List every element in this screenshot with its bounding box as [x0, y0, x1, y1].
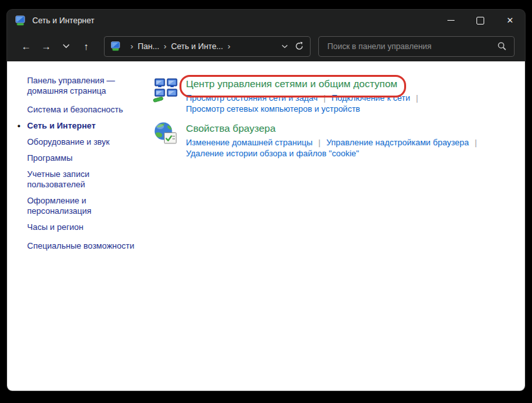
refresh-icon [294, 41, 304, 51]
sidebar-item-label: Сеть и Интернет [27, 121, 96, 130]
up-icon: ↑ [84, 41, 89, 52]
close-button[interactable]: ✕ [495, 10, 525, 31]
links-divider: | [318, 138, 320, 147]
breadcrumb: ›Пан...›Сеть и Инте...› [126, 42, 235, 51]
category-section: Свойства браузераИзменение домашней стра… [153, 119, 512, 159]
navigation-toolbar: ← → ↑ ›Пан...›Сеть и Инте...› [7, 31, 525, 61]
up-button[interactable]: ↑ [76, 41, 96, 51]
sidebar-item[interactable]: Оформление и персонализация [27, 196, 147, 216]
breadcrumb-chevron-icon: › [228, 42, 230, 50]
sidebar-item-label: Учетные записи пользователей [27, 169, 89, 189]
chevron-down-icon [281, 45, 288, 48]
sidebar-item-label: Оформление и персонализация [27, 196, 92, 216]
task-links-row: Просмотр состояния сети и задач|Подключе… [186, 92, 424, 103]
breadcrumb-chevron-icon: › [164, 42, 167, 50]
category-title-link[interactable]: Центр управления сетями и общим доступом [186, 74, 397, 92]
content-area: Панель управления — домашняя страницаСис… [7, 61, 525, 391]
nav-buttons: ← → ↑ [7, 41, 103, 51]
task-links-row: Просмотр сетевых компьютеров и устройств [186, 103, 424, 114]
forward-button[interactable]: → [36, 41, 56, 51]
task-link[interactable]: Просмотр состояния сети и задач [186, 93, 318, 103]
main-pane: Центр управления сетями и общим доступом… [153, 74, 512, 163]
minimize-button[interactable] [436, 10, 466, 31]
back-button[interactable]: ← [16, 41, 36, 51]
sidebar-item[interactable]: Программы [27, 153, 147, 163]
network-sharing-center-icon [153, 77, 179, 103]
search-icon [497, 41, 507, 51]
links-divider: | [323, 93, 325, 103]
task-link[interactable]: Управление надстройками браузера [326, 138, 469, 147]
breadcrumb-chevron-icon: › [130, 42, 133, 50]
recent-pages-button[interactable] [56, 44, 76, 48]
task-link[interactable]: Подключение к сети [331, 93, 410, 103]
minimize-icon [447, 20, 455, 21]
task-link[interactable]: Изменение домашней страницы [186, 138, 312, 147]
category-title-wrap: Центр управления сетями и общим доступом [186, 74, 397, 92]
sidebar-item[interactable]: Специальные возможности [27, 241, 147, 251]
address-dropdown-button[interactable] [281, 45, 288, 48]
chevron-down-icon [63, 44, 70, 48]
sidebar-item-label: Программы [27, 153, 72, 163]
sidebar-item-label: Панель управления — домашняя страница [27, 76, 115, 96]
task-link[interactable]: Удаление истории обзора и файлов "cookie… [186, 149, 359, 158]
maximize-icon [476, 17, 484, 25]
category-body: Свойства браузераИзменение домашней стра… [186, 119, 483, 159]
sidebar-item[interactable]: Часы и регион [27, 222, 147, 232]
category-body: Центр управления сетями и общим доступом… [186, 74, 424, 114]
sidebar-item-label: Часы и регион [27, 222, 83, 232]
forward-icon: → [41, 41, 51, 52]
sidebar-item-label: Система и безопасность [27, 105, 123, 114]
sidebar-item[interactable]: Оборудование и звук [27, 137, 147, 147]
search-box[interactable] [318, 36, 515, 57]
links-divider: | [416, 93, 418, 103]
active-bullet-icon: • [17, 121, 21, 131]
address-bar[interactable]: ›Пан...›Сеть и Инте...› [104, 36, 311, 57]
sidebar-item[interactable]: Панель управления — домашняя страница [27, 76, 147, 96]
maximize-button[interactable] [466, 10, 495, 31]
sidebar-item-label: Специальные возможности [27, 241, 134, 251]
category-section: Центр управления сетями и общим доступом… [153, 74, 512, 114]
network-category-icon [110, 41, 121, 51]
category-title-wrap: Свойства браузера [186, 119, 276, 137]
search-input[interactable] [326, 41, 497, 52]
window-title: Сеть и Интернет [32, 16, 94, 25]
control-panel-window: Сеть и Интернет ✕ ← → ↑ ›Пан...›Сеть и И… [7, 10, 525, 391]
back-icon: ← [21, 41, 31, 52]
category-title-link[interactable]: Свойства браузера [186, 119, 276, 137]
task-links-row: Изменение домашней страницы|Управление н… [186, 137, 483, 148]
sidebar-item[interactable]: Система и безопасность [27, 105, 147, 115]
titlebar: Сеть и Интернет ✕ [7, 10, 525, 31]
breadcrumb-item[interactable]: Сеть и Инте... [171, 42, 223, 51]
task-links-row: Удаление истории обзора и файлов "cookie… [186, 148, 483, 159]
sidebar-item-label: Оборудование и звук [27, 137, 110, 147]
internet-options-icon [153, 121, 179, 147]
task-link[interactable]: Просмотр сетевых компьютеров и устройств [186, 104, 360, 114]
sidebar-item[interactable]: •Сеть и Интернет [27, 121, 147, 131]
network-category-icon [15, 16, 26, 26]
window-controls: ✕ [436, 10, 525, 31]
sidebar: Панель управления — домашняя страницаСис… [27, 76, 147, 257]
refresh-button[interactable] [294, 41, 304, 51]
breadcrumb-item[interactable]: Пан... [138, 42, 159, 51]
sidebar-item[interactable]: Учетные записи пользователей [27, 169, 147, 190]
links-divider: | [475, 138, 476, 147]
close-icon: ✕ [507, 16, 514, 25]
